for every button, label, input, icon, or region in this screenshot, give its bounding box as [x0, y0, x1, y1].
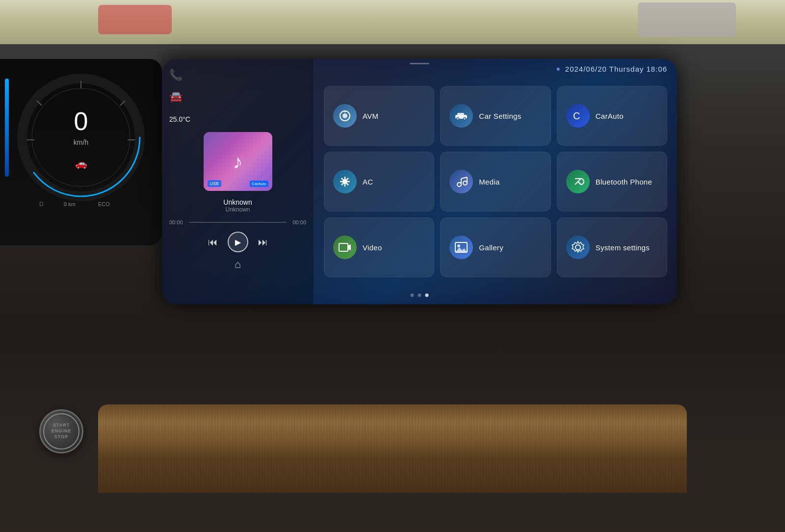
ac-tile[interactable]: AC [324, 152, 434, 212]
system-settings-tile[interactable]: System settings [557, 217, 667, 277]
carauto-badge: CarAuto [250, 181, 268, 187]
svg-text:0: 0 [74, 107, 88, 135]
screen-topbar: ✴ 2024/06/20 Thursday 18:06 [555, 65, 667, 73]
svg-point-21 [457, 118, 459, 120]
bluetooth-icon: ✴ [555, 65, 561, 73]
center-console [98, 404, 687, 493]
ac-label: AC [363, 178, 373, 186]
infotainment-screen: ✴ 2024/06/20 Thursday 18:06 📞 🚘 25.0°C [162, 59, 677, 304]
gallery-label: Gallery [479, 243, 503, 252]
playback-controls: ⏮ ▶ ⏭ [208, 232, 268, 252]
svg-text:🚗: 🚗 [75, 158, 87, 169]
svg-marker-40 [455, 247, 467, 252]
progress-bar[interactable] [189, 222, 287, 223]
svg-point-30 [463, 181, 467, 185]
avm-tile[interactable]: AVM [324, 86, 434, 146]
dot-2[interactable] [418, 293, 421, 297]
car-background: 0 km/h 🚗 D 0 km ECO ✴ [0, 0, 785, 532]
media-label: Media [479, 178, 499, 186]
stop-label: STOP [54, 434, 68, 440]
home-button[interactable]: ⌂ [235, 258, 241, 271]
drag-handle [410, 63, 429, 64]
svg-line-35 [575, 182, 578, 185]
dashboard: 0 km/h 🚗 D 0 km ECO ✴ [0, 44, 785, 532]
prev-button[interactable]: ⏮ [208, 237, 218, 248]
avm-label: AVM [363, 112, 378, 120]
usb-badge: USB [208, 180, 222, 187]
car-settings-label: Car Settings [479, 112, 521, 120]
svg-rect-18 [457, 113, 464, 116]
progress-bar-container: 00:00 00:00 [169, 219, 306, 225]
bluetooth-phone-tile[interactable]: Bluetooth Phone [557, 152, 667, 212]
start-label: START [53, 423, 70, 428]
avm-icon [333, 104, 357, 128]
dot-1[interactable] [411, 293, 414, 297]
start-stop-button[interactable]: START ENGINE STOP [39, 409, 83, 453]
side-nav-icons: 📞 🚘 [169, 69, 183, 103]
bluetooth-phone-icon [566, 170, 590, 193]
music-note-icon: ♪ [233, 151, 243, 173]
svg-point-15 [342, 113, 347, 118]
svg-text:0 km: 0 km [64, 201, 76, 207]
car-settings-tile[interactable]: Car Settings [440, 86, 550, 146]
phone-icon[interactable]: 📞 [169, 69, 183, 81]
next-button[interactable]: ⏭ [258, 237, 268, 248]
media-icon [449, 170, 473, 193]
page-dots [411, 293, 429, 297]
dot-3-active[interactable] [425, 293, 429, 297]
svg-point-39 [457, 244, 460, 247]
track-artist: Unknown [223, 206, 252, 213]
music-player-panel: 📞 🚘 25.0°C ♪ USB CarAuto Unknown [162, 59, 314, 304]
temperature-value: 25.0°C [169, 115, 190, 123]
video-label: Video [363, 243, 382, 252]
media-tile[interactable]: Media [440, 152, 550, 212]
gallery-tile[interactable]: Gallery [440, 217, 550, 277]
app-grid: AVM Car Settings C CarAuto [314, 79, 677, 285]
svg-line-34 [578, 182, 581, 185]
track-info: Unknown Unknown [223, 198, 252, 213]
video-icon [333, 236, 357, 259]
system-settings-icon [566, 236, 590, 259]
gallery-icon [449, 236, 473, 259]
carauto-tile[interactable]: C CarAuto [557, 86, 667, 146]
svg-text:D: D [39, 201, 44, 208]
car-settings-icon [449, 104, 473, 128]
svg-rect-36 [339, 243, 348, 251]
temperature-display: 25.0°C [169, 115, 190, 123]
time-total: 00:00 [289, 219, 306, 225]
svg-text:ECO: ECO [98, 201, 110, 207]
engine-label: ENGINE [52, 428, 72, 434]
carauto-label: CarAuto [596, 112, 624, 120]
car-icon[interactable]: 🚘 [169, 90, 183, 103]
system-settings-label: System settings [596, 243, 650, 252]
track-title: Unknown [223, 198, 252, 206]
bluetooth-phone-label: Bluetooth Phone [596, 178, 652, 186]
power-indicator [5, 79, 9, 177]
svg-point-29 [457, 183, 461, 186]
gauge-svg: 0 km/h 🚗 D 0 km ECO [0, 59, 162, 245]
svg-text:km/h: km/h [74, 138, 88, 146]
time-current: 00:00 [169, 219, 186, 225]
svg-point-41 [576, 245, 580, 250]
carauto-icon: C [566, 104, 590, 128]
svg-text:C: C [573, 110, 580, 121]
svg-marker-37 [348, 244, 351, 250]
video-tile[interactable]: Video [324, 217, 434, 277]
datetime-display: 2024/06/20 Thursday 18:06 [565, 65, 667, 73]
svg-line-32 [461, 177, 467, 179]
ac-icon [333, 170, 357, 193]
svg-point-22 [464, 118, 466, 120]
play-button[interactable]: ▶ [228, 232, 248, 252]
album-art: ♪ USB CarAuto [204, 132, 272, 191]
instrument-cluster: 0 km/h 🚗 D 0 km ECO [0, 59, 162, 245]
svg-point-2 [32, 88, 130, 186]
